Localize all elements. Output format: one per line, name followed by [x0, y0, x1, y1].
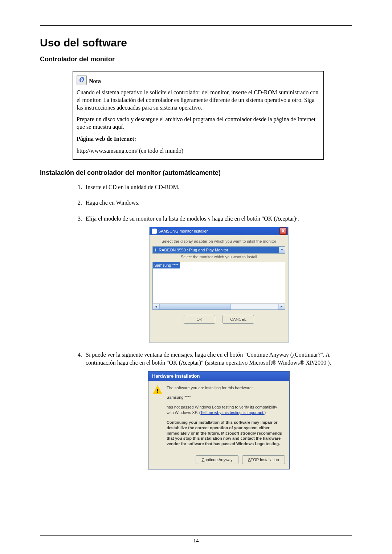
step-4: Si puede ver la siguiente ventana de men… — [83, 351, 352, 469]
hw-device: Samsung **** — [167, 395, 285, 400]
stop-installation-button[interactable]: STOP Installation — [242, 455, 285, 464]
scroll-track[interactable] — [159, 304, 278, 309]
note-paragraph-1: Cuando el sistema operativo le solicite … — [77, 89, 320, 111]
continue-anyway-label: ontinue Anyway — [204, 457, 232, 462]
cancel-button[interactable]: CANCEL — [222, 315, 254, 324]
hw-line1: The software you are installing for this… — [167, 385, 285, 391]
adapter-selected: 1. RADEON 9550 : Plug and Play Monitor — [153, 247, 279, 253]
hw-link[interactable]: Tell me why this testing is important. — [200, 410, 264, 415]
note-header: Ø Nota — [77, 75, 320, 85]
hw-bold-block: Continuing your installation of this sof… — [167, 420, 285, 447]
note-paragraph-2: Prepare un disco vacío y descargue el ar… — [77, 116, 320, 131]
warning-icon: ! — [153, 385, 162, 394]
step-4-text: Si puede ver la siguiente ventana de men… — [86, 352, 331, 366]
installation-steps: Inserte el CD en la unidad de CD-ROM. Ha… — [73, 183, 352, 470]
document-page: Uso del software Controlador del monitor… — [0, 0, 392, 554]
installer-app-icon — [152, 229, 157, 234]
horizontal-scrollbar[interactable]: ◄ ► — [153, 303, 285, 309]
note-url: http://www.samsung.com/ (en todo el mund… — [77, 147, 320, 155]
installer-titlebar[interactable]: SAMSUNG monitor installer X — [150, 227, 288, 235]
hardware-installation-dialog: Hardware Installation ! The software you… — [148, 371, 290, 470]
hw-titlebar[interactable]: Hardware Installation — [148, 372, 289, 381]
monitor-selected-item[interactable]: Samsung **** — [153, 262, 180, 268]
bottom-divider — [40, 535, 352, 536]
adapter-dropdown[interactable]: 1. RADEON 9550 : Plug and Play Monitor ▼ — [152, 246, 285, 254]
section-heading-controller: Controlador del monitor — [40, 56, 352, 63]
samsung-installer-dialog: SAMSUNG monitor installer X Select the d… — [149, 227, 289, 343]
installer-title: SAMSUNG monitor installer — [158, 229, 279, 234]
scroll-thumb[interactable] — [159, 304, 231, 309]
monitor-label: Select the monitor which you want to ins… — [152, 254, 285, 260]
installer-buttons: OK CANCEL — [152, 315, 285, 324]
page-title: Uso del software — [40, 37, 352, 49]
hw-line2b: ) — [264, 410, 266, 415]
note-web-label: Página web de Internet: — [77, 135, 320, 143]
note-icon: Ø — [77, 75, 87, 85]
installer-body: Select the display adapter on which you … — [150, 235, 288, 327]
hw-buttons: Continue Anyway STOP Installation — [148, 455, 289, 469]
top-divider — [40, 25, 352, 26]
chevron-down-icon[interactable]: ▼ — [279, 247, 285, 253]
note-box: Ø Nota Cuando el sistema operativo le so… — [73, 71, 324, 160]
hw-line2: has not passed Windows Logo testing to v… — [167, 405, 285, 415]
step-3: Elija el modelo de su monitor en la list… — [83, 215, 352, 343]
close-icon[interactable]: X — [279, 227, 287, 235]
hw-title: Hardware Installation — [152, 373, 200, 379]
warning-exclamation: ! — [153, 387, 162, 394]
step-2: Haga clic en Windows. — [83, 199, 352, 207]
hw-text: The software you are installing for this… — [167, 385, 285, 451]
step-3-text: Elija el modelo de su monitor en la list… — [86, 216, 299, 222]
continue-anyway-button[interactable]: Continue Anyway — [196, 455, 238, 464]
stop-installation-label: TOP Installation — [251, 457, 279, 462]
adapter-label: Select the display adapter on which you … — [152, 239, 285, 244]
section-heading-installation: Instalación del controlador del monitor … — [40, 169, 352, 177]
scroll-left-icon[interactable]: ◄ — [153, 304, 159, 309]
hw-body: ! The software you are installing for th… — [148, 381, 289, 456]
ok-button[interactable]: OK — [184, 315, 215, 324]
hw-icon-column: ! — [153, 385, 167, 451]
page-number: 14 — [0, 538, 392, 544]
monitor-listbox[interactable]: Samsung **** ◄ ► — [152, 262, 285, 310]
note-title: Nota — [89, 78, 101, 85]
scroll-right-icon[interactable]: ► — [278, 304, 285, 309]
step-1: Inserte el CD en la unidad de CD-ROM. — [83, 183, 352, 191]
